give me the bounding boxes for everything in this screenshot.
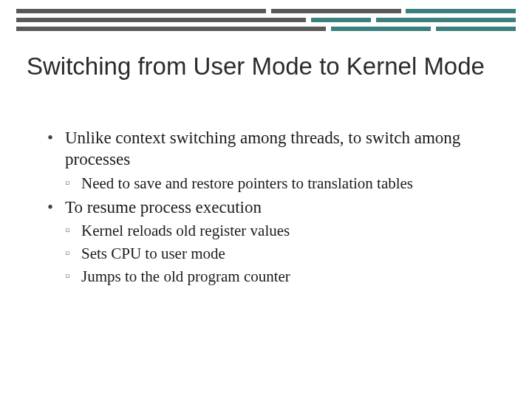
stripe-row-2 [16,18,516,22]
bullet-level2: Kernel reloads old register values [65,221,497,241]
bullet-level2: Sets CPU to user mode [65,244,497,264]
stripe-row-3 [16,27,516,31]
bullet-level2: Need to save and restore pointers to tra… [65,174,497,194]
bullet-level1: Unlike context switching among threads, … [47,127,497,171]
bullet-level2: Jumps to the old program counter [65,267,497,287]
bullet-level1: To resume process execution [47,197,497,218]
slide: Switching from User Mode to Kernel Mode … [0,0,532,399]
slide-title: Switching from User Mode to Kernel Mode [27,52,505,81]
header-stripe [16,9,516,38]
slide-body: Unlike context switching among threads, … [47,127,497,290]
stripe-row-1 [16,9,516,13]
